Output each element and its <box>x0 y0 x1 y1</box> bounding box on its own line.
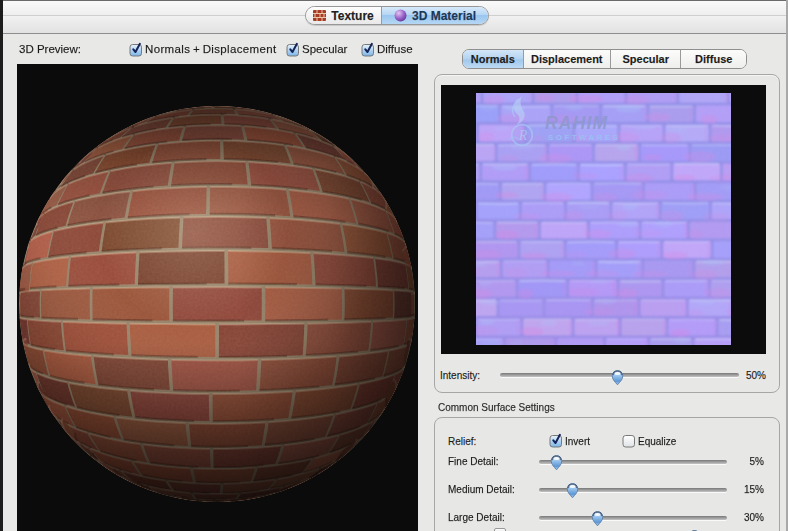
svg-text:RAHIM: RAHIM <box>545 113 608 133</box>
svg-text:SOFTWARES: SOFTWARES <box>548 133 620 142</box>
svg-text:R: R <box>518 128 528 143</box>
